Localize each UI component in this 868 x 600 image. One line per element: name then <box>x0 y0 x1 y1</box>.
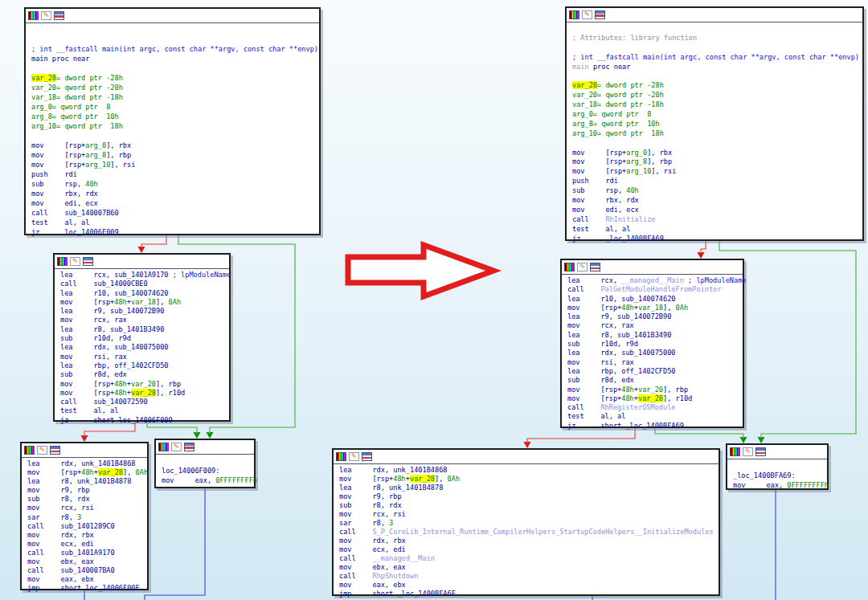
graph-node-right-exit-fail[interactable]: ✎_loc_1400BFA69:mov eax, 0FFFFFFFFh <box>726 443 829 490</box>
asm-line[interactable]: mov rcx, rsi <box>339 510 719 519</box>
asm-line[interactable] <box>31 35 319 44</box>
asm-line[interactable] <box>162 456 254 466</box>
overview-icon[interactable] <box>54 11 64 20</box>
asm-line[interactable]: mov eax, 0FFFFFFFFh <box>733 480 827 490</box>
asm-line[interactable]: sub r8d, edx <box>60 370 229 379</box>
asm-line[interactable]: test al, al <box>572 225 862 235</box>
edit-icon[interactable]: ✎ <box>37 446 47 455</box>
asm-line[interactable]: mov eax, ebx <box>27 575 147 584</box>
asm-line[interactable]: var_18= dword ptr -18h <box>572 100 862 110</box>
asm-line[interactable]: lea rbp, off_1402CFD50 <box>567 367 743 376</box>
asm-line[interactable]: main proc near <box>572 63 862 72</box>
overview-icon[interactable] <box>595 10 605 19</box>
asm-line[interactable]: lea rdx, unk_1401B4868 <box>339 466 719 475</box>
asm-line[interactable]: _loc_1400BFA69: <box>733 471 827 480</box>
asm-line[interactable]: mov [rsp+48h+var_18], 0Ah <box>567 304 743 312</box>
palette-icon[interactable] <box>28 11 39 20</box>
asm-line[interactable]: var_18= dword ptr -18h <box>31 92 319 102</box>
node-title-bar[interactable]: ✎ <box>26 9 319 23</box>
overview-icon[interactable] <box>362 452 372 461</box>
asm-line[interactable]: mov rsi, rax <box>567 358 743 367</box>
asm-line[interactable]: push rdi <box>31 169 319 179</box>
asm-line[interactable]: var_20= qword ptr -20h <box>572 91 862 100</box>
asm-line[interactable]: call S_P_CoreLib_Internal_Runtime_Compil… <box>339 528 719 537</box>
asm-line[interactable]: sub r8d, edx <box>567 376 743 385</box>
node-title-bar[interactable]: ✎ <box>562 260 743 275</box>
asm-line[interactable]: push rdi <box>572 177 862 186</box>
asm-line[interactable]: mov eax, 0FFFFFFFFh <box>162 476 254 485</box>
asm-line[interactable]: test al, al <box>60 406 229 415</box>
palette-icon[interactable] <box>24 446 35 455</box>
asm-line[interactable]: jz loc_14006F009 <box>31 227 319 237</box>
asm-line[interactable]: mov [rsp+arg_10], rsi <box>31 160 319 169</box>
asm-line[interactable]: arg_8= qword ptr 10h <box>31 112 319 121</box>
asm-line[interactable]: lea rcx, __managed__Main ; lpModuleName <box>567 276 743 285</box>
asm-line[interactable]: call sub_1401289C0 <box>27 522 147 531</box>
asm-line[interactable]: call RhRegisterOSModule <box>567 403 743 412</box>
asm-line[interactable] <box>31 25 319 35</box>
asm-line[interactable] <box>572 43 862 53</box>
asm-line[interactable]: mov rbx, rdx <box>31 189 319 198</box>
edit-icon[interactable]: ✎ <box>743 447 753 456</box>
asm-line[interactable]: mov ebx, eax <box>339 563 719 572</box>
asm-line[interactable]: var_28= dword ptr -28h <box>572 81 862 91</box>
edit-icon[interactable]: ✎ <box>577 263 588 271</box>
asm-line[interactable]: lea r10, sub_140074620 <box>60 289 229 298</box>
asm-line[interactable]: mov rsi, rax <box>60 353 229 361</box>
asm-line[interactable]: mov [rsp+48h+var_28], r10d <box>567 394 743 403</box>
asm-line[interactable]: lea r8, unk_1401B4878 <box>27 477 147 486</box>
palette-icon[interactable] <box>569 10 579 19</box>
edit-icon[interactable]: ✎ <box>349 452 359 461</box>
asm-line[interactable]: mov [rsp+arg_0], rbx <box>572 149 862 158</box>
asm-line[interactable] <box>572 71 862 81</box>
asm-line[interactable]: test al, al <box>567 412 743 421</box>
asm-line[interactable]: sub r8, rdx <box>339 501 719 510</box>
asm-line[interactable]: lea rdx, unk_1401B4868 <box>27 459 147 468</box>
asm-line[interactable]: mov rdx, rbx <box>27 531 147 540</box>
asm-line[interactable]: arg_10= qword ptr 18h <box>572 129 862 139</box>
asm-line[interactable]: mov [rsp+arg_8], rbp <box>31 150 319 160</box>
edit-icon[interactable]: ✎ <box>70 257 80 266</box>
node-title-bar[interactable]: ✎ <box>727 445 827 459</box>
asm-line[interactable]: mov rbx, rdx <box>572 196 862 206</box>
asm-line[interactable]: ; int __fastcall main(int argc, const ch… <box>31 44 319 54</box>
asm-line[interactable]: lea r8, unk_1401B4878 <box>339 484 719 492</box>
asm-line[interactable] <box>31 131 319 141</box>
asm-line[interactable]: ; Attributes: library function <box>572 34 862 43</box>
overview-icon[interactable] <box>184 443 194 451</box>
asm-line[interactable]: lea r8, sub_1401B3490 <box>567 331 743 340</box>
graph-node-left-entry[interactable]: ✎; int __fastcall main(int argc, const c… <box>24 7 321 235</box>
asm-line[interactable]: lea r9, sub_140072B90 <box>60 307 229 316</box>
asm-line[interactable]: mov edi, ecx <box>31 198 319 208</box>
node-title-bar[interactable]: ✎ <box>22 443 147 458</box>
asm-line[interactable]: mov r9, rbp <box>339 492 719 501</box>
asm-line[interactable]: main proc near <box>31 54 319 63</box>
asm-line[interactable]: sar r8, 3 <box>339 519 719 528</box>
asm-line[interactable]: mov rdx, rbx <box>339 537 719 545</box>
asm-line[interactable]: arg_0= qword ptr 8 <box>572 110 862 120</box>
asm-line[interactable]: lea r10, sub_140074620 <box>567 295 743 304</box>
asm-line[interactable]: arg_8= qword ptr 10h <box>572 120 862 129</box>
asm-line[interactable]: lea r9, sub_140072B90 <box>567 312 743 321</box>
asm-line[interactable]: var_28= dword ptr -28h <box>31 73 319 83</box>
graph-node-right-entry[interactable]: ✎; Attributes: library function; int __f… <box>565 6 864 241</box>
asm-line[interactable]: sub rsp, 40h <box>572 186 862 196</box>
asm-line[interactable]: call PalGetModuleHandleFromPointer <box>567 285 743 294</box>
palette-icon[interactable] <box>57 257 68 266</box>
asm-line[interactable]: mov [rsp+48h+var_20], rbp <box>567 386 743 394</box>
asm-line[interactable]: jmp short loc_14006F00E <box>27 584 147 593</box>
asm-line[interactable]: sub r8, rdx <box>27 495 147 504</box>
node-title-bar[interactable]: ✎ <box>55 255 229 269</box>
palette-icon[interactable] <box>564 263 575 271</box>
palette-icon[interactable] <box>158 443 169 451</box>
asm-line[interactable]: mov ecx, edi <box>339 545 719 554</box>
asm-line[interactable]: mov rcx, rax <box>60 316 229 324</box>
palette-icon[interactable] <box>730 447 740 456</box>
asm-line[interactable]: arg_0= qword ptr 8 <box>31 102 319 112</box>
asm-line[interactable]: mov eax, ebx <box>339 581 719 590</box>
overview-icon[interactable] <box>590 263 600 271</box>
asm-line[interactable] <box>572 24 862 34</box>
asm-line[interactable] <box>733 461 827 471</box>
asm-line[interactable]: mov [rsp+48h+var_28], 0Ah <box>339 475 719 484</box>
asm-line[interactable]: lea rdx, sub_140075000 <box>567 349 743 357</box>
